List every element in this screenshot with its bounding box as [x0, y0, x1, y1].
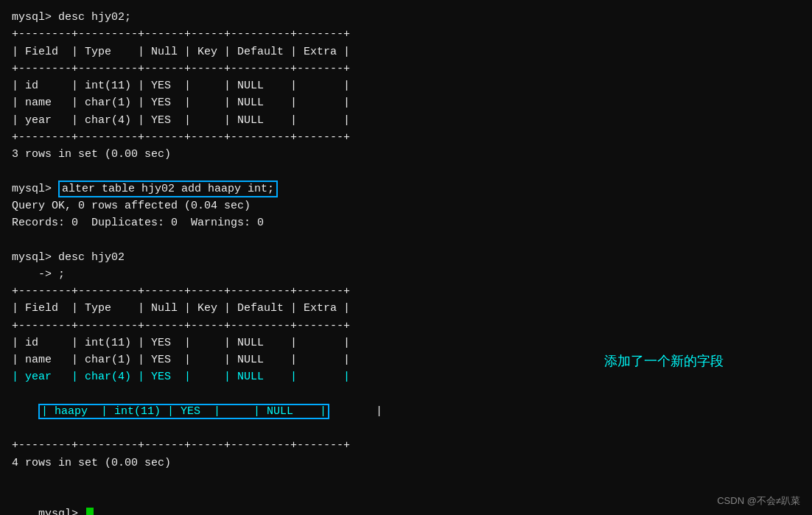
row-id-1: | id | int(11) | YES | | NULL | | — [12, 77, 800, 94]
alter-command-line: mysql> alter table hjy02 add haapy int; — [12, 181, 800, 197]
sep-1: +--------+---------+------+-----+-------… — [12, 26, 800, 43]
records-line: Records: 0 Duplicates: 0 Warnings: 0 — [12, 214, 800, 231]
row-year-1: | year | char(4) | YES | | NULL | | — [12, 112, 800, 129]
desc-command: mysql> desc hjy02 — [12, 249, 800, 266]
haapy-highlight-box: | haapy | int(11) | YES | | NULL | — [38, 404, 329, 419]
sep-2: +--------+---------+------+-----+-------… — [12, 60, 800, 77]
table-header-2: | Field | Type | Null | Key | Default | … — [12, 300, 800, 317]
sep-6: +--------+---------+------+-----+-------… — [12, 437, 800, 454]
row-id-2: | id | int(11) | YES | | NULL | | — [12, 334, 800, 351]
sep-5: +--------+---------+------+-----+-------… — [12, 318, 800, 334]
csdn-credit: CSDN @不会≠趴菜 — [717, 494, 800, 508]
row-year-2: | year | char(4) | YES | | NULL | | — [12, 368, 800, 385]
sep-3: +--------+---------+------+-----+-------… — [12, 129, 800, 146]
final-prompt-line: mysql> — [12, 488, 800, 515]
prompt-1: mysql> — [12, 11, 58, 24]
row-name-1: | name | char(1) | YES | | NULL | | — [12, 94, 800, 111]
desc-continuation: -> ; — [12, 266, 800, 283]
row-haapy: | haapy | int(11) | YES | | NULL | | — [12, 386, 800, 438]
blank-1 — [12, 163, 800, 180]
query-ok: Query OK, 0 rows affected (0.04 sec) — [12, 197, 800, 214]
sep-4: +--------+---------+------+-----+-------… — [12, 283, 800, 300]
table-header-1: | Field | Type | Null | Key | Default | … — [12, 43, 800, 60]
result-count-1: 3 rows in set (0.00 sec) — [12, 146, 800, 163]
result-count-2: 4 rows in set (0.00 sec) — [12, 455, 800, 472]
cursor — [86, 508, 94, 515]
blank-3 — [12, 472, 800, 488]
blank-2 — [12, 231, 800, 248]
alter-command-highlight: alter table hjy02 add haapy int; — [58, 181, 278, 197]
terminal-window: mysql> desc hjy02; +--------+---------+-… — [0, 0, 812, 515]
annotation-text: 添加了一个新的字段 — [604, 352, 724, 370]
line-1: mysql> desc hjy02; — [12, 9, 800, 26]
